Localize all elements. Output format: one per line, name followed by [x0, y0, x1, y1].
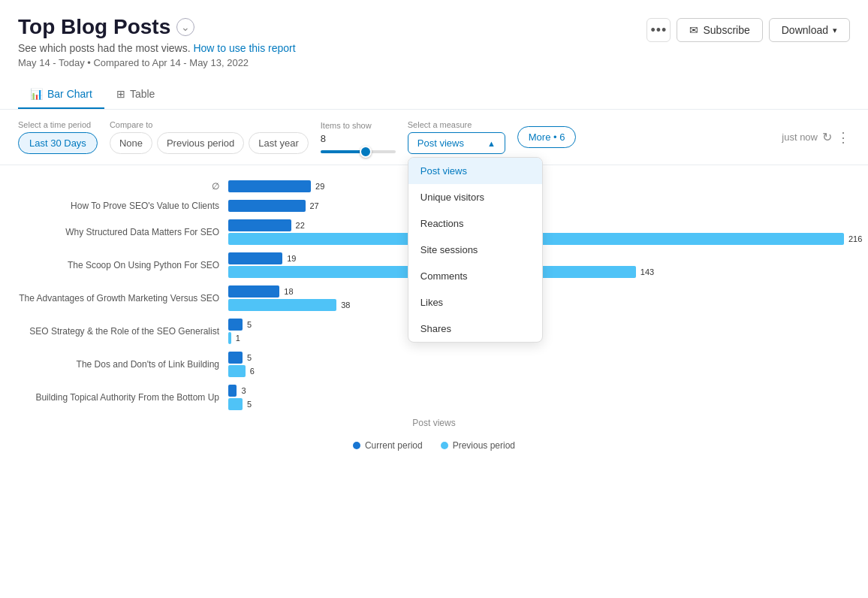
bars-area: 56: [228, 352, 850, 377]
x-axis-label: Post views: [18, 418, 850, 428]
chevron-up-icon: ▲: [487, 139, 496, 148]
controls-bar: Select a time period Last 30 Days Compar…: [0, 110, 868, 165]
current-bar-label: 27: [310, 201, 319, 210]
measure-select-button[interactable]: Post views ▲: [408, 132, 505, 154]
current-bar-wrap: 5: [228, 352, 850, 364]
date-range: May 14 - Today • Compared to Apr 14 - Ma…: [18, 57, 296, 68]
measure-option-reactions[interactable]: Reactions: [408, 210, 542, 237]
current-bar-wrap: 22: [228, 219, 862, 231]
current-bar-label: 5: [247, 353, 252, 362]
row-label: How To Prove SEO's Value to Clients: [18, 201, 228, 211]
previous-bar: [228, 365, 246, 377]
measure-option-likes[interactable]: Likes: [408, 289, 542, 316]
bars-area: 35: [228, 385, 850, 410]
subscribe-button[interactable]: ✉ Subscribe: [677, 18, 762, 42]
download-label: Download: [782, 24, 828, 36]
current-bar-label: 3: [241, 386, 246, 395]
chart-options-button[interactable]: ⋮: [836, 129, 850, 146]
previous-bar-label: 5: [247, 400, 252, 409]
previous-bar-label: 6: [250, 367, 255, 376]
row-label: The Scoop On Using Python For SEO: [18, 260, 228, 270]
current-bar: [228, 252, 282, 264]
current-bar: [228, 352, 243, 364]
items-slider-track[interactable]: [321, 150, 396, 153]
subscribe-label: Subscribe: [703, 24, 749, 36]
previous-period-label: Previous period: [453, 440, 515, 451]
refresh-time: just now: [782, 131, 818, 143]
more-options-button[interactable]: •••: [646, 18, 671, 42]
tab-table[interactable]: ⊞ Table: [104, 80, 167, 109]
header-actions: ••• ✉ Subscribe Download ▾: [646, 18, 850, 42]
measure-option-comments[interactable]: Comments: [408, 263, 542, 289]
none-button[interactable]: None: [110, 132, 152, 154]
items-value: 8: [321, 133, 396, 144]
current-bar-label: 18: [284, 287, 293, 296]
subtitle: See which posts had the most views. How …: [18, 42, 296, 54]
current-bar-label: 5: [247, 320, 252, 329]
row-label: The Dos and Don'ts of Link Building: [18, 359, 228, 370]
previous-bar-wrap: 6: [228, 365, 850, 377]
current-bar-label: 19: [287, 254, 296, 263]
compare-label: Compare to: [110, 120, 309, 129]
page-header: Top Blog Posts ⌄ See which posts had the…: [0, 0, 868, 110]
measure-option-site-sessions[interactable]: Site sessions: [408, 237, 542, 263]
previous-bar-label: 38: [341, 301, 350, 310]
items-label: Items to show: [321, 121, 396, 130]
row-label: The Advantages of Growth Marketing Versu…: [18, 293, 228, 304]
time-period-label: Select a time period: [18, 120, 98, 129]
measure-option-unique-visitors[interactable]: Unique visitors: [408, 184, 542, 210]
current-bar: [228, 180, 311, 192]
items-slider-group: Items to show 8: [321, 121, 396, 153]
current-period-label: Current period: [365, 440, 423, 451]
download-button[interactable]: Download ▾: [769, 18, 850, 42]
tab-table-label: Table: [130, 88, 155, 100]
row-label: SEO Strategy & the Role of the SEO Gener…: [18, 326, 228, 337]
slider-thumb[interactable]: [360, 146, 372, 158]
how-to-link[interactable]: How to use this report: [193, 42, 295, 54]
table-icon: ⊞: [116, 88, 125, 100]
previous-bar-wrap: 5: [228, 398, 850, 410]
previous-bar-label: 1: [236, 334, 240, 343]
previous-period-dot: [441, 442, 448, 449]
current-bar-label: 22: [296, 221, 305, 230]
current-bar-label: 29: [315, 182, 324, 191]
previous-period-button[interactable]: Previous period: [157, 132, 244, 154]
time-period-group: Select a time period Last 30 Days: [18, 120, 98, 154]
previous-bar: [228, 299, 336, 311]
bars-area: 22216: [228, 219, 862, 245]
tab-bar-chart[interactable]: 📊 Bar Chart: [18, 80, 104, 109]
current-bar: [228, 385, 237, 397]
chevron-down-icon: ▾: [833, 26, 837, 35]
title-chevron-icon[interactable]: ⌄: [176, 18, 194, 36]
selected-measure-label: Post views: [417, 137, 464, 149]
current-bar: [228, 219, 291, 231]
row-label: Building Topical Authority From the Bott…: [18, 392, 228, 403]
measure-option-post-views[interactable]: Post views: [408, 158, 542, 184]
bar-chart-icon: 📊: [30, 88, 43, 100]
current-bar: [228, 200, 306, 212]
previous-bar-wrap: 216: [228, 233, 862, 245]
slider-fill: [321, 150, 366, 153]
page-title: Top Blog Posts: [18, 15, 170, 39]
tab-bar: 📊 Bar Chart ⊞ Table: [18, 80, 850, 109]
last-30-days-button[interactable]: Last 30 Days: [18, 132, 98, 154]
row-label: Why Structured Data Matters For SEO: [18, 227, 228, 237]
previous-bar-label: 216: [848, 234, 862, 243]
page: Top Blog Posts ⌄ See which posts had the…: [0, 0, 868, 598]
last-year-button[interactable]: Last year: [249, 132, 308, 154]
title-area: Top Blog Posts ⌄ See which posts had the…: [18, 15, 296, 68]
current-period-dot: [353, 442, 360, 449]
table-row: The Dos and Don'ts of Link Building56: [18, 352, 850, 377]
current-bar: [228, 319, 243, 331]
measure-label: Select a measure: [408, 120, 505, 129]
measure-option-shares[interactable]: Shares: [408, 316, 542, 342]
envelope-icon: ✉: [689, 24, 698, 36]
more-button[interactable]: More • 6: [517, 126, 577, 148]
chart-legend: Current period Previous period: [18, 440, 850, 451]
previous-bar: [228, 332, 231, 344]
current-bar: [228, 285, 279, 297]
legend-previous: Previous period: [441, 440, 515, 451]
previous-bar: [228, 398, 243, 410]
refresh-icon[interactable]: ↻: [822, 130, 832, 144]
tab-bar-chart-label: Bar Chart: [47, 88, 92, 100]
